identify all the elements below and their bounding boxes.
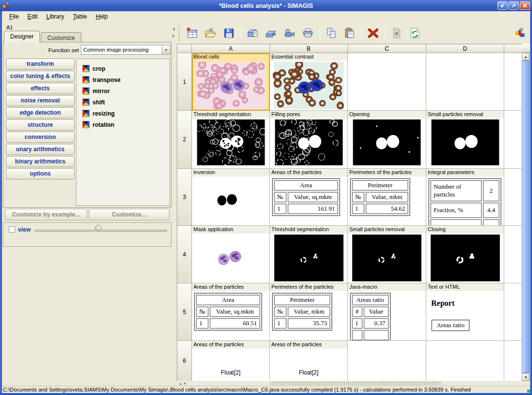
customize-by-example-button[interactable]: Customize by example... <box>5 209 87 220</box>
vertical-scrollbar-thumb[interactable] <box>522 60 530 373</box>
tab-designer[interactable]: Designer <box>4 31 40 42</box>
delete-button[interactable] <box>365 25 381 41</box>
open-button[interactable] <box>202 25 219 41</box>
cell-a3[interactable]: Inversion <box>192 169 270 226</box>
row-header-5[interactable]: 5 <box>177 283 192 341</box>
view-checkbox[interactable] <box>9 226 15 233</box>
cell-d2[interactable]: Small particles removal <box>426 111 504 169</box>
cell-d1[interactable] <box>426 53 504 111</box>
scroll-arrows-icon[interactable]: ▲▼ <box>177 382 190 385</box>
view-controls: view <box>3 222 171 247</box>
save-button[interactable] <box>221 25 237 41</box>
collapse-right-icon[interactable] <box>172 34 175 38</box>
resize-grip[interactable] <box>527 390 530 393</box>
compile-disabled-button[interactable] <box>388 25 405 41</box>
cell-a1[interactable]: Blood cells <box>192 53 270 111</box>
cell-c4[interactable]: Small particles removal <box>348 226 426 283</box>
function-item-rotation[interactable]: rotation <box>76 119 170 130</box>
paste-button[interactable] <box>342 25 358 41</box>
close-button[interactable] <box>520 1 530 10</box>
category-edge-detection[interactable]: edge detection <box>6 107 75 118</box>
menu-help[interactable]: Help <box>91 12 112 21</box>
category-color-tuning[interactable]: color tuning & effects <box>6 71 75 82</box>
cell-c1[interactable] <box>348 53 426 111</box>
column-header-a[interactable]: A <box>192 44 270 53</box>
camera-button[interactable] <box>281 25 298 41</box>
cell-b4[interactable]: Threshold segmentation <box>270 226 348 283</box>
row-header-1[interactable]: 1 <box>177 53 192 111</box>
cell-b1[interactable]: Essential contrast <box>270 53 348 111</box>
cell-a4[interactable]: Mask application <box>192 226 270 283</box>
cell-d5[interactable]: Text or HTML Report Areas ratio <box>426 283 504 341</box>
cell-d6[interactable] <box>426 341 504 381</box>
cell-a6[interactable]: Areas of the particles Float[2] <box>192 341 270 381</box>
toolbar-separator <box>320 27 320 40</box>
open-folder-icon <box>204 27 217 40</box>
cell-c6[interactable] <box>348 341 426 381</box>
category-noise-removal[interactable]: noise removal <box>6 95 75 106</box>
menu-bar: File Edit Library Table Help <box>2 11 530 22</box>
refresh-button[interactable] <box>407 25 423 41</box>
scroll-up-button[interactable]: ▲ <box>522 53 530 60</box>
cell-b5[interactable]: Perimeters of the particles Perimeter №V… <box>270 283 348 341</box>
row-header-3[interactable]: 3 <box>177 169 192 226</box>
horizontal-scrollbar[interactable]: ▲▼ <box>177 381 522 386</box>
category-unary-arithmetics[interactable]: unary arithmetics <box>6 144 75 155</box>
function-item-shift[interactable]: shift <box>76 97 170 108</box>
cell-c3[interactable]: Perimeters of the particles Perimeter №V… <box>348 169 426 226</box>
category-binary-arithmetics[interactable]: binary arithmetics <box>6 156 75 167</box>
horizontal-scrollbar-thumb[interactable] <box>270 381 441 385</box>
collapse-left-icon[interactable] <box>172 27 175 31</box>
category-transform[interactable]: transform <box>6 59 75 70</box>
cell-d3[interactable]: Integral parameters Number of particles2… <box>426 169 504 226</box>
new-table-button[interactable] <box>184 25 200 41</box>
maximize-button[interactable] <box>509 1 519 10</box>
zoom-slider-track[interactable] <box>35 230 167 232</box>
grid-corner[interactable] <box>177 44 192 53</box>
function-item-resizing[interactable]: resizing <box>76 108 170 119</box>
column-header-c[interactable]: C <box>348 44 426 53</box>
panel-splitter[interactable] <box>172 27 176 41</box>
scroll-down-button[interactable]: ▼ <box>522 373 530 381</box>
tab-customize[interactable]: Customize <box>41 32 81 42</box>
toolbar-drag-handle[interactable] <box>179 26 181 40</box>
worksheet-grid: A B C D 1 Blood cells Essential contrast… <box>177 44 522 381</box>
cell-c2[interactable]: Opening <box>348 111 426 169</box>
function-set-select[interactable]: Common image processing ▼ <box>81 45 171 55</box>
row-header-2[interactable]: 2 <box>177 111 192 169</box>
minimize-button[interactable] <box>497 1 508 10</box>
customize-button[interactable]: Customize... <box>89 209 170 220</box>
column-header-b[interactable]: B <box>270 44 348 53</box>
menu-edit[interactable]: Edit <box>23 12 42 21</box>
import-device-button[interactable] <box>244 25 261 41</box>
copy-button[interactable] <box>323 25 340 41</box>
chevron-down-icon[interactable]: ▼ <box>162 45 170 54</box>
cell-a5[interactable]: Areas of the particles Area №Value, sq.m… <box>192 283 270 341</box>
row-header-6[interactable]: 6 <box>177 341 192 381</box>
scanner-button[interactable] <box>263 25 279 41</box>
cell-b6[interactable]: Areas of the particles Float[2] <box>270 341 348 381</box>
cell-label: Filling pores <box>270 111 347 118</box>
blood-cells-image <box>195 62 267 109</box>
cell-d4[interactable]: Closing <box>426 226 504 283</box>
print-button[interactable] <box>300 25 316 41</box>
category-options[interactable]: options <box>6 168 75 179</box>
small-particles-removal-2-image <box>352 235 421 281</box>
menu-file[interactable]: File <box>5 12 23 21</box>
category-conversion[interactable]: conversion <box>6 132 75 143</box>
menu-library[interactable]: Library <box>42 12 69 21</box>
function-item-transpose[interactable]: transpose <box>76 74 170 85</box>
function-item-mirror[interactable]: mirror <box>76 85 170 97</box>
vertical-scrollbar[interactable]: ▲ ▼ <box>522 53 530 381</box>
cell-b2[interactable]: Filling pores <box>270 111 348 169</box>
category-structure[interactable]: structure <box>6 119 75 131</box>
cell-c5[interactable]: Java-macro Areas ratio #Value 10.37 <box>348 283 426 341</box>
category-effects[interactable]: effects <box>6 83 75 94</box>
function-item-crop[interactable]: crop <box>76 63 170 74</box>
column-header-d[interactable]: D <box>426 44 504 53</box>
areas-ratio-button[interactable]: Areas ratio <box>431 319 470 331</box>
row-header-4[interactable]: 4 <box>177 226 192 283</box>
cell-a2[interactable]: Threshold segmentation <box>192 111 270 169</box>
cell-b3[interactable]: Areas of the particles Area №Value, sq.m… <box>270 169 348 226</box>
menu-table[interactable]: Table <box>69 12 92 21</box>
